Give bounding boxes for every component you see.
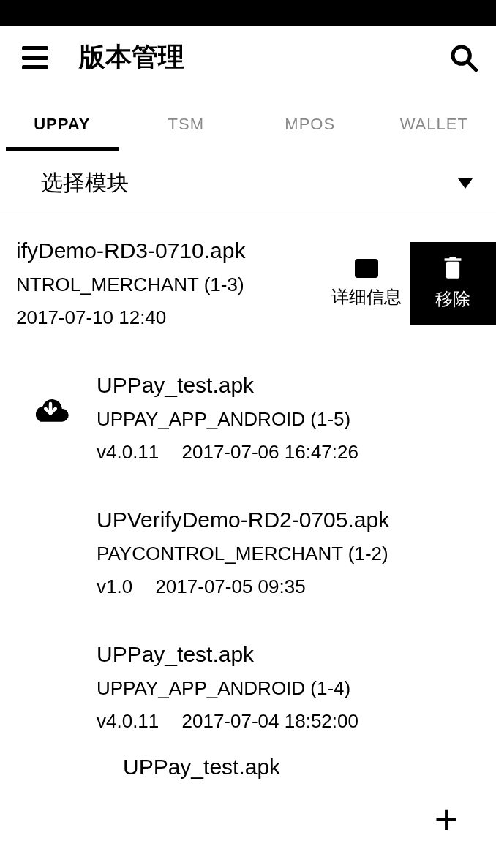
chevron-down-icon (458, 178, 473, 189)
chat-icon (355, 259, 378, 278)
hamburger-menu-icon[interactable] (18, 40, 53, 75)
page-title: 版本管理 (79, 39, 449, 75)
item-filename: UPPay_test.apk (97, 642, 496, 667)
remove-label: 移除 (435, 287, 470, 311)
list-item[interactable]: UPVerifyDemo-RD2-0705.apk PAYCONTROL_MER… (0, 486, 496, 620)
item-timestamp: 2017-07-05 09:35 (155, 575, 305, 597)
plus-icon: + (435, 799, 459, 840)
module-selector-label: 选择模块 (41, 168, 129, 198)
details-button[interactable]: 详细信息 (323, 242, 410, 325)
svg-rect-4 (449, 257, 456, 259)
item-filename: ifyDemo-RD3-0710.apk (16, 238, 317, 263)
tab-tsm[interactable]: TSM (124, 103, 249, 150)
list-item[interactable]: UPPay_test.apk UPPAY_APP_ANDROID (1-4) v… (0, 620, 496, 755)
search-icon[interactable] (449, 43, 478, 72)
trash-icon (443, 257, 463, 280)
add-button[interactable]: + (424, 798, 468, 842)
svg-line-1 (467, 61, 476, 70)
item-version: v4.0.11 (97, 441, 159, 463)
version-list: ifyDemo-RD3-0710.apk NTROL_MERCHANT (1-3… (0, 216, 496, 780)
item-module: NTROL_MERCHANT (1-3) (16, 273, 317, 296)
remove-button[interactable]: 移除 (410, 242, 496, 325)
item-module: UPPAY_APP_ANDROID (1-5) (97, 408, 496, 431)
item-filename: UPVerifyDemo-RD2-0705.apk (97, 507, 496, 532)
item-filename: UPPay_test.apk (97, 373, 496, 398)
item-version: v4.0.11 (97, 710, 159, 732)
svg-rect-2 (446, 262, 459, 279)
list-item[interactable]: ifyDemo-RD3-0710.apk NTROL_MERCHANT (1-3… (0, 216, 496, 351)
details-label: 详细信息 (331, 285, 402, 309)
tab-wallet[interactable]: WALLET (372, 103, 497, 150)
item-version: v1.0 (97, 575, 132, 597)
item-module: UPPAY_APP_ANDROID (1-4) (97, 677, 496, 700)
item-timestamp: 2017-07-10 12:40 (16, 306, 166, 328)
module-selector[interactable]: 选择模块 (0, 151, 496, 216)
app-bar: 版本管理 (0, 26, 496, 88)
item-module: PAYCONTROL_MERCHANT (1-2) (97, 543, 496, 565)
item-timestamp: 2017-07-06 16:47:26 (182, 441, 358, 463)
status-bar (0, 0, 496, 26)
tab-bar: UPPAY TSM MPOS WALLET (0, 88, 496, 151)
list-item-partial: UPPay_test.apk (0, 755, 496, 780)
item-timestamp: 2017-07-04 18:52:00 (182, 710, 358, 732)
tab-mpos[interactable]: MPOS (248, 103, 372, 150)
cloud-download-icon[interactable] (31, 390, 70, 430)
tab-uppay[interactable]: UPPAY (0, 103, 124, 150)
list-item[interactable]: UPPay_test.apk UPPAY_APP_ANDROID (1-5) v… (0, 351, 496, 486)
